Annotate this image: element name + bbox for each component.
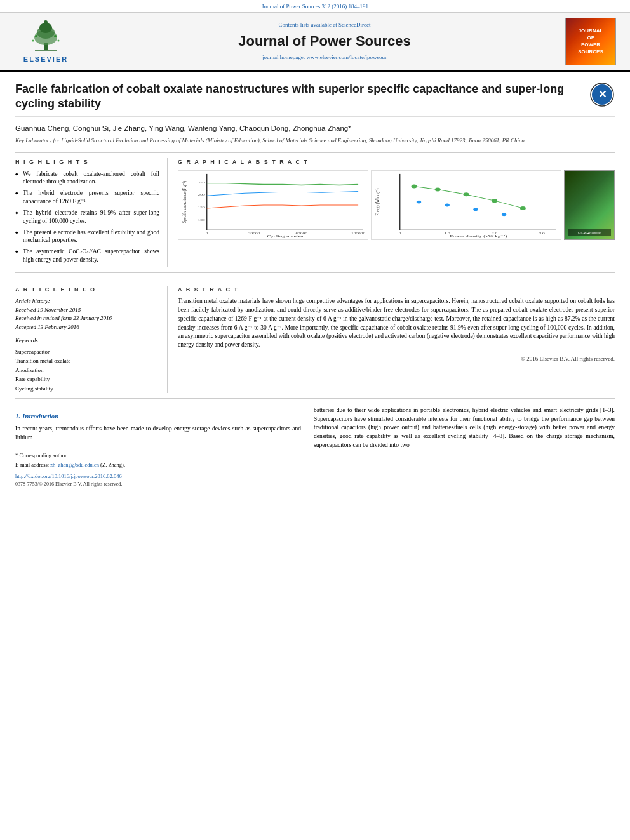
article-info-label: A R T I C L E I N F O [15, 286, 159, 294]
elsevier-tree-icon [22, 18, 70, 53]
article-history: Article history: Received 19 November 20… [15, 297, 159, 331]
svg-text:Energy (Wh kg⁻¹): Energy (Wh kg⁻¹) [374, 188, 381, 215]
svg-text:0: 0 [399, 231, 401, 234]
highlights-list: We fabricate cobalt oxalate-anchored cob… [15, 170, 159, 264]
email-note: E-mail address: zh_zhang@sdu.edu.cn (Z. … [15, 462, 301, 469]
svg-text:Power density (kW kg⁻¹): Power density (kW kg⁻¹) [450, 234, 507, 238]
keyword-1: Supercapacitor [15, 347, 159, 356]
body-left-column: 1. Introduction In recent years, tremend… [15, 406, 301, 488]
elsevier-logo: ELSEVIER [8, 18, 84, 64]
svg-point-33 [520, 206, 526, 210]
journal-title-section: Contents lists available at ScienceDirec… [84, 21, 565, 62]
sciencedirect-link: Contents lists available at ScienceDirec… [84, 21, 565, 29]
svg-text:1.0: 1.0 [445, 231, 450, 234]
svg-text:100000: 100000 [351, 231, 365, 234]
received-date: Received 19 November 2015 [15, 306, 159, 315]
svg-point-9 [57, 39, 59, 41]
keyword-2: Transition metal oxalate [15, 356, 159, 365]
email-link[interactable]: zh_zhang@sdu.edu.cn [50, 462, 99, 468]
accepted-date: Accepted 13 February 2016 [15, 323, 159, 332]
chart-cycling: Specific capacitance (F g⁻¹) Cycling num… [178, 170, 368, 240]
doi-line: http://dx.doi.org/10.1016/j.jpowsour.201… [15, 473, 301, 481]
svg-text:60000: 60000 [295, 231, 307, 234]
svg-point-35 [445, 203, 449, 206]
article-info-abstract-section: A R T I C L E I N F O Article history: R… [15, 281, 615, 399]
svg-text:200: 200 [198, 192, 205, 196]
homepage-url[interactable]: www.elsevier.com/locate/jpowsour [307, 54, 387, 60]
svg-point-8 [32, 39, 34, 41]
svg-point-37 [502, 213, 506, 216]
crossmark-logo: ✕ [589, 82, 615, 107]
elsevier-branding: ELSEVIER [8, 18, 84, 64]
introduction-title: 1. Introduction [15, 411, 301, 421]
svg-point-4 [39, 23, 52, 33]
journal-homepage: journal homepage: www.elsevier.com/locat… [84, 53, 565, 62]
highlight-item-1: We fabricate cobalt oxalate-anchored cob… [15, 170, 159, 187]
highlights-graphical-section: H I G H L I G H T S We fabricate cobalt … [15, 152, 615, 273]
svg-text:250: 250 [198, 180, 205, 183]
svg-text:3.0: 3.0 [539, 231, 545, 234]
chart-photo: CoC₂O₄ electrode [564, 170, 615, 240]
authors: Guanhua Cheng, Conghui Si, Jie Zhang, Yi… [15, 123, 615, 133]
copyright-line: © 2016 Elsevier B.V. All rights reserved… [178, 355, 615, 363]
keywords-list: Supercapacitor Transition metal oxalate … [15, 347, 159, 393]
journal-cover-image: JOURNAL OF POWER SOURCES [565, 18, 616, 65]
svg-point-7 [54, 35, 57, 37]
highlights-label: H I G H L I G H T S [15, 158, 159, 166]
svg-point-34 [417, 200, 421, 203]
svg-text:2.0: 2.0 [492, 231, 497, 234]
keywords-label: Keywords: [15, 337, 159, 345]
svg-point-36 [473, 208, 478, 211]
highlight-item-2: The hybrid electrode presents superior s… [15, 189, 159, 206]
article-info-column: A R T I C L E I N F O Article history: R… [15, 286, 168, 393]
introduction-paragraph-1: In recent years, tremendous efforts have… [15, 425, 301, 443]
abstract-label: A B S T R A C T [178, 286, 615, 294]
affiliation: Key Laboratory for Liquid-Solid Structur… [15, 137, 615, 145]
svg-text:100: 100 [198, 218, 205, 221]
highlight-item-4: The present electrode has excellent flex… [15, 229, 159, 245]
svg-point-5 [44, 20, 48, 24]
journal-reference-text: Journal of Power Sources 312 (2016) 184–… [262, 3, 368, 10]
history-label: Article history: [15, 297, 159, 306]
highlights-column: H I G H L I G H T S We fabricate cobalt … [15, 158, 168, 267]
keyword-4: Rate capability [15, 375, 159, 383]
highlight-item-5: The asymmetric CoC₂O₄//AC supercapacitor… [15, 248, 159, 264]
article-title: Facile fabrication of cobalt oxalate nan… [15, 82, 583, 112]
corresponding-author-note: * Corresponding author. [15, 452, 301, 460]
graphical-abstract-label: G R A P H I C A L A B S T R A C T [178, 158, 615, 166]
journal-header: ELSEVIER Contents lists available at Sci… [0, 13, 630, 72]
article-title-section: Facile fabrication of cobalt oxalate nan… [15, 82, 615, 117]
keyword-3: Anodization [15, 366, 159, 375]
article-body: Facile fabrication of cobalt oxalate nan… [0, 72, 630, 498]
chart-ragone: Energy (Wh kg⁻¹) Power density (kW kg⁻¹) [371, 170, 561, 240]
svg-text:✕: ✕ [598, 89, 607, 100]
doi-link[interactable]: http://dx.doi.org/10.1016/j.jpowsour.201… [15, 473, 122, 479]
authors-text: Guanhua Cheng, Conghui Si, Jie Zhang, Yi… [15, 124, 351, 132]
svg-text:Specific capacitance (F g⁻¹): Specific capacitance (F g⁻¹) [181, 180, 188, 223]
graphical-abstract-column: G R A P H I C A L A B S T R A C T Specif… [178, 158, 615, 267]
footnote-section: * Corresponding author. E-mail address: … [15, 448, 301, 469]
svg-text:0: 0 [206, 231, 208, 234]
abstract-text: Transition metal oxalate materials have … [178, 297, 615, 350]
introduction-paragraph-2: batteries due to their wide applications… [314, 406, 615, 450]
svg-text:20000: 20000 [248, 231, 260, 234]
journal-reference-bar: Journal of Power Sources 312 (2016) 184–… [0, 0, 630, 13]
elsevier-text: ELSEVIER [23, 55, 68, 64]
journal-cover: JOURNAL OF POWER SOURCES [565, 18, 622, 65]
svg-text:150: 150 [198, 205, 205, 208]
graphical-abstract-charts: Specific capacitance (F g⁻¹) Cycling num… [178, 170, 615, 240]
highlight-item-3: The hybrid electrode retains 91.9% after… [15, 209, 159, 225]
body-right-column: batteries due to their wide applications… [314, 406, 615, 488]
svg-point-6 [35, 35, 37, 37]
received-revised-date: Received in revised form 23 January 2016 [15, 314, 159, 323]
issn-line: 0378-7753/© 2016 Elsevier B.V. All right… [15, 481, 301, 488]
keyword-5: Cycling stability [15, 384, 159, 393]
abstract-column: A B S T R A C T Transition metal oxalate… [178, 286, 615, 393]
journal-title: Journal of Power Sources [84, 32, 565, 51]
body-content: 1. Introduction In recent years, tremend… [15, 406, 615, 488]
